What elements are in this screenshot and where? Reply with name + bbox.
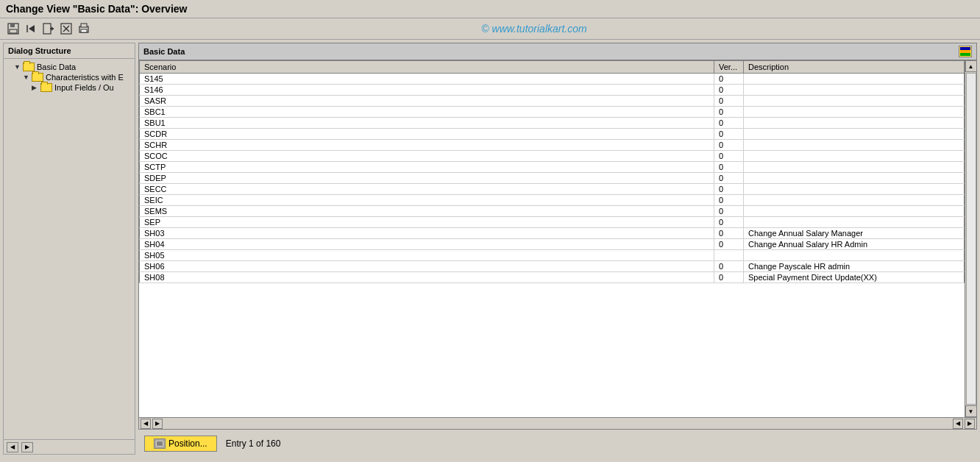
cell-version: 0 [714,195,744,206]
cell-version: 0 [714,261,744,272]
tree-arrow-basic-data: ▼ [14,63,23,71]
cell-version: 0 [714,272,744,283]
cell-scenario: SEMS [140,206,714,217]
cell-version: 0 [714,85,744,96]
table-row[interactable]: SDEP0 [140,173,965,184]
svg-marker-3 [29,25,35,32]
cell-scenario: S146 [140,85,714,96]
table-row[interactable]: SH05 [140,250,965,261]
action-bar: Position... Entry 1 of 160 [138,433,977,455]
table-hscrollbar: ◀ ▶ ◀ ▶ [139,417,976,429]
cell-version: 0 [714,206,744,217]
svg-rect-15 [960,50,970,53]
table-row[interactable]: SCDR0 [140,129,965,140]
sidebar-label-basic-data: Basic Data [37,63,76,71]
cell-version: 0 [714,107,744,118]
sidebar-item-basic-data[interactable]: ▼ Basic Data [5,62,133,72]
col-header-description: Description [744,61,965,74]
cell-scenario: SH05 [140,250,714,261]
table-header: Basic Data [139,43,976,60]
svg-rect-12 [81,24,87,27]
svg-marker-7 [52,26,54,31]
watermark: © www.tutorialkart.com [94,23,974,35]
sidebar-scroll-right[interactable]: ▶ [21,442,33,452]
sidebar-item-characteristics[interactable]: ▼ Characteristics with E [5,72,133,82]
save-icon[interactable] [6,21,21,36]
cell-version: 0 [714,228,744,239]
table-row[interactable]: S1450 [140,74,965,85]
table-row[interactable]: SASR0 [140,96,965,107]
hscroll-right-btn[interactable]: ▶ [152,419,163,429]
cell-version: 0 [714,239,744,250]
cell-scenario: SCHR [140,140,714,151]
cell-version: 0 [714,74,744,85]
hscroll-far-left-btn[interactable]: ◀ [953,419,963,429]
print-icon[interactable] [77,21,91,36]
cell-version: 0 [714,151,744,162]
data-table-scroll[interactable]: Scenario Ver... Description S1450S1460SA… [139,60,965,417]
table-row[interactable]: SCOC0 [140,151,965,162]
sidebar-label-characteristics: Characteristics with E [46,73,124,82]
table-row[interactable]: SH030Change Annual Salary Manager [140,228,965,239]
folder-icon-characteristics [32,73,43,82]
sidebar-item-input-fields[interactable]: ▶ Input Fields / Ou [5,82,133,93]
cell-description [744,217,965,228]
scrollbar-track[interactable] [966,73,976,405]
svg-rect-2 [10,29,17,33]
cell-version: 0 [714,118,744,129]
table-row[interactable]: SEMS0 [140,206,965,217]
cell-description [744,250,965,261]
sidebar-scroll-left[interactable]: ◀ [7,442,18,452]
cell-scenario: SH06 [140,261,714,272]
table-title: Basic Data [143,47,185,56]
svg-rect-14 [960,47,970,50]
cancel-icon[interactable] [59,21,74,36]
hscroll-left-btn[interactable]: ◀ [141,419,151,429]
hscroll-far-right-btn[interactable]: ▶ [965,419,975,429]
data-table-wrapper: Scenario Ver... Description S1450S1460SA… [139,60,976,417]
cell-version: 0 [714,173,744,184]
table-row[interactable]: SEIC0 [140,195,965,206]
svg-rect-13 [81,29,87,32]
cell-scenario: SH03 [140,228,714,239]
scroll-down-btn[interactable]: ▼ [965,405,977,417]
table-row[interactable]: SH040Change Annual Salary HR Admin [140,239,965,250]
table-row[interactable]: SCHR0 [140,140,965,151]
back-icon[interactable] [24,21,38,36]
cell-description [744,151,965,162]
tree-arrow-characteristics: ▼ [23,74,32,81]
table-row[interactable]: S1460 [140,85,965,96]
cell-version: 0 [714,140,744,151]
title-bar: Change View "Basic Data": Overview [0,0,980,18]
folder-icon-input-fields [40,83,52,92]
cell-version: 0 [714,96,744,107]
sidebar-title: Dialog Structure [4,43,135,59]
entry-count: Entry 1 of 160 [226,438,281,449]
sidebar-bottom: ◀ ▶ [4,439,135,454]
cell-version: 0 [714,217,744,228]
scroll-up-btn[interactable]: ▲ [965,60,977,72]
sidebar-label-input-fields: Input Fields / Ou [54,83,114,92]
table-row[interactable]: SH060Change Payscale HR admin [140,261,965,272]
table-row[interactable]: SBC10 [140,107,965,118]
svg-rect-1 [10,24,15,27]
table-config-icon[interactable] [959,46,972,57]
cell-scenario: SCDR [140,129,714,140]
table-row[interactable]: SCTP0 [140,162,965,173]
position-btn-icon [154,438,166,449]
position-button[interactable]: Position... [144,436,217,452]
main-container: Dialog Structure ▼ Basic Data ▼ Characte… [0,40,980,458]
cell-description: Change Payscale HR admin [744,261,965,272]
cell-scenario: SECC [140,184,714,195]
cell-scenario: SASR [140,96,714,107]
cell-scenario: SEP [140,217,714,228]
table-row[interactable]: SH080Special Payment Direct Update(XX) [140,272,965,283]
folder-icon-basic-data [23,63,35,71]
sidebar: Dialog Structure ▼ Basic Data ▼ Characte… [3,43,135,455]
exit-icon[interactable] [41,21,56,36]
table-row[interactable]: SECC0 [140,184,965,195]
table-row[interactable]: SEP0 [140,217,965,228]
table-row[interactable]: SBU10 [140,118,965,129]
cell-description [744,173,965,184]
table-header-row: Scenario Ver... Description [140,61,965,74]
